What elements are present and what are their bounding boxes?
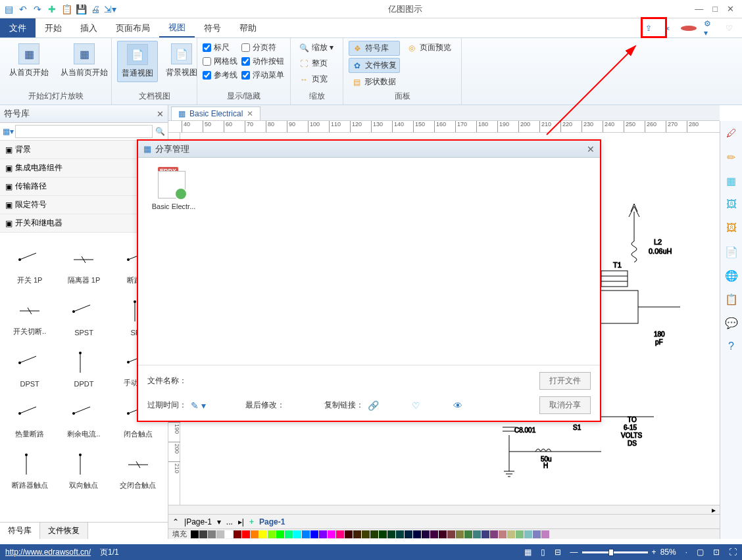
color-swatch[interactable] <box>533 530 541 538</box>
zoom-button[interactable]: 🔍缩放 ▾ <box>296 41 336 55</box>
color-swatch[interactable] <box>473 530 481 538</box>
color-swatch[interactable] <box>422 530 430 538</box>
color-swatch[interactable] <box>464 530 472 538</box>
qat-new-icon[interactable]: ✚ <box>46 3 58 15</box>
search-icon[interactable]: 🔍 <box>154 126 166 137</box>
menu-start[interactable]: 开始 <box>36 18 71 37</box>
menu-symbol[interactable]: 符号 <box>195 18 230 37</box>
shape-item[interactable]: 交闭合触点 <box>112 442 164 490</box>
panel-recover-button[interactable]: ✿文件恢复 <box>349 58 400 73</box>
cloud-icon[interactable] <box>679 22 699 35</box>
color-swatch[interactable] <box>216 530 224 538</box>
color-swatch[interactable] <box>310 530 318 538</box>
dialog-close-icon[interactable]: ✕ <box>587 144 595 154</box>
zoom-slider[interactable] <box>582 551 648 553</box>
color-swatch[interactable] <box>225 530 233 538</box>
color-swatch[interactable] <box>328 530 335 538</box>
color-swatch[interactable] <box>242 530 250 538</box>
chk-pagebreak[interactable]: 分页符 <box>241 42 284 53</box>
shape-item[interactable]: 热量断路 <box>4 390 55 439</box>
qat-undo-icon[interactable]: ↶ <box>17 3 29 15</box>
color-swatch[interactable] <box>405 530 412 538</box>
qat-print-icon[interactable]: 🖨 <box>89 3 101 15</box>
color-swatch[interactable] <box>396 530 404 538</box>
cancel-share-button[interactable]: 取消分享 <box>539 396 591 414</box>
status-ic1-icon[interactable]: ▢ <box>697 548 704 557</box>
right-tool-7[interactable]: 📋 <box>724 292 739 306</box>
fit-width-button[interactable]: ↔页宽 <box>296 72 330 86</box>
color-swatch[interactable] <box>524 530 532 538</box>
shape-item[interactable]: DPST <box>4 339 55 388</box>
heart-icon[interactable]: ♡ <box>412 400 420 411</box>
color-swatch[interactable] <box>259 530 267 538</box>
color-swatch[interactable] <box>516 530 524 538</box>
panel-symbols-button[interactable]: ❖符号库 <box>349 41 400 56</box>
chk-ruler[interactable]: 标尺 <box>203 42 237 53</box>
color-swatch[interactable] <box>336 530 344 538</box>
color-swatch[interactable] <box>285 530 293 538</box>
color-swatch[interactable] <box>362 530 370 538</box>
gear-icon[interactable]: ⚙ ▾ <box>704 22 717 35</box>
color-swatch[interactable] <box>234 530 241 538</box>
page-tab-1[interactable]: Page-1 <box>259 517 285 526</box>
shape-item[interactable]: 双向触点 <box>58 442 109 490</box>
color-swatch[interactable] <box>191 530 199 538</box>
edit-icon[interactable]: ✎ ▾ <box>191 400 206 411</box>
color-swatch[interactable] <box>490 530 498 538</box>
doc-tab[interactable]: ▦Basic Electrical✕ <box>171 106 260 120</box>
color-swatch[interactable] <box>199 530 207 538</box>
shape-item[interactable]: 开关 1P <box>4 237 55 285</box>
color-swatch[interactable] <box>251 530 259 538</box>
zoom-in-icon[interactable]: + <box>652 548 656 557</box>
status-ic3-icon[interactable]: ⛶ <box>729 548 737 557</box>
page-add-icon[interactable]: + <box>249 517 254 526</box>
chk-action[interactable]: 动作按钮 <box>241 56 284 67</box>
doc-tab-close-icon[interactable]: ✕ <box>247 109 253 118</box>
panel-preview-button[interactable]: ◎页面预览 <box>404 41 454 55</box>
menu-file[interactable]: 文件 <box>0 18 36 37</box>
window-maximize-icon[interactable]: □ <box>712 4 718 14</box>
menu-insert[interactable]: 插入 <box>71 18 107 37</box>
right-tool-8[interactable]: 💬 <box>724 315 739 330</box>
open-file-button[interactable]: 打开文件 <box>539 372 591 390</box>
color-swatch[interactable] <box>353 530 361 538</box>
status-view2-icon[interactable]: ▯ <box>541 548 545 557</box>
color-swatch[interactable] <box>482 530 489 538</box>
qat-redo-icon[interactable]: ↷ <box>32 3 43 15</box>
color-swatch[interactable] <box>507 530 515 538</box>
color-swatch[interactable] <box>302 530 310 538</box>
right-tool-9[interactable]: ? <box>724 339 739 354</box>
sidebar-tab-recover[interactable]: 文件恢复 <box>40 523 88 539</box>
window-close-icon[interactable]: ✕ <box>727 4 734 14</box>
qat-menu-icon[interactable]: ▤ <box>3 3 14 15</box>
heart-icon[interactable]: ♡ <box>722 22 735 35</box>
qat-paste-icon[interactable]: 📋 <box>61 3 72 15</box>
shape-item[interactable]: 断路器触点 <box>4 442 55 490</box>
shape-item[interactable]: 隔离器 1P <box>58 237 109 285</box>
background-view-button[interactable]: 📄背景视图 <box>162 41 201 81</box>
slideshow-from-first-button[interactable]: ▦从首页开始 <box>5 41 53 81</box>
color-swatch[interactable] <box>456 530 464 538</box>
color-swatch[interactable] <box>499 530 507 538</box>
status-url[interactable]: http://www.edrawsoft.cn/ <box>5 548 91 557</box>
fit-page-button[interactable]: ⛶整页 <box>296 57 330 70</box>
right-tool-5[interactable]: 📄 <box>724 245 739 259</box>
menu-view[interactable]: 视图 <box>159 18 195 37</box>
status-ic2-icon[interactable]: ⊡ <box>713 548 720 557</box>
color-swatch[interactable] <box>541 530 549 538</box>
page-nav-first-icon[interactable]: ⌃ <box>172 517 179 526</box>
window-minimize-icon[interactable]: — <box>695 4 703 14</box>
menu-help[interactable]: 帮助 <box>230 18 266 37</box>
right-tool-1[interactable]: ✏ <box>724 150 739 164</box>
qat-export-icon[interactable]: ⇲▾ <box>104 3 116 15</box>
color-swatch[interactable] <box>319 530 327 538</box>
slideshow-from-current-button[interactable]: ▦从当前页开始 <box>57 41 112 81</box>
color-swatch[interactable] <box>447 530 455 538</box>
shape-item[interactable]: SPST <box>58 288 109 337</box>
color-swatch[interactable] <box>208 530 216 538</box>
chk-guides[interactable]: 参考线 <box>203 70 237 81</box>
right-tool-3[interactable]: 🖼 <box>724 197 739 212</box>
right-tool-6[interactable]: 🌐 <box>724 268 739 283</box>
right-tool-4[interactable]: 🖼 <box>724 221 739 235</box>
color-swatch[interactable] <box>276 530 284 538</box>
